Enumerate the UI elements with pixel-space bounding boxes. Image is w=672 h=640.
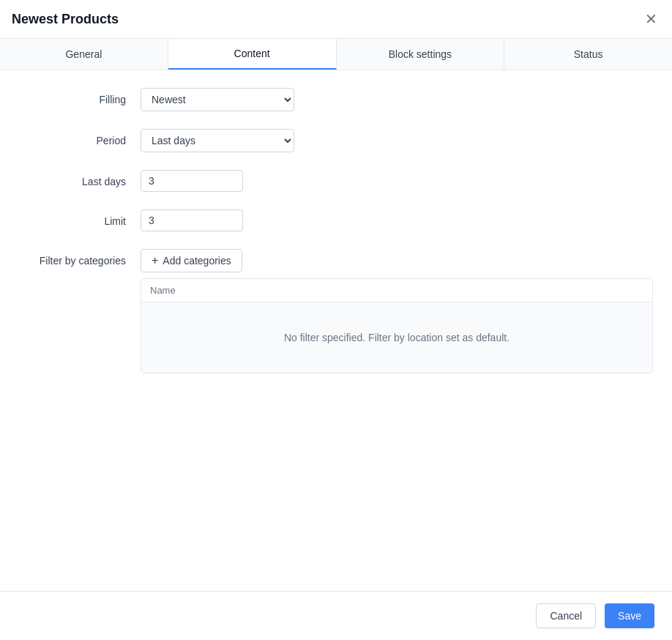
tab-general[interactable]: General [0,39,168,70]
plus-icon: + [152,254,158,267]
tabs-container: General Content Block settings Status [0,39,672,70]
limit-input[interactable] [141,209,243,231]
close-button[interactable]: ✕ [642,9,660,29]
last-days-label: Last days [23,170,141,187]
filter-categories-row: Filter by categories + Add categories Na… [23,249,649,373]
period-select[interactable]: Last days Last weeks Last months All tim… [141,129,294,152]
last-days-input[interactable] [141,170,243,192]
save-button[interactable]: Save [605,603,654,628]
filter-categories-control: + Add categories Name No filter specifie… [141,249,433,373]
limit-row: Limit [23,209,649,231]
tab-content[interactable]: Content [168,39,337,70]
categories-table: Name No filter specified. Filter by loca… [141,278,653,373]
add-categories-button[interactable]: + Add categories [141,249,242,272]
tab-status[interactable]: Status [504,39,672,70]
tab-block-settings[interactable]: Block settings [337,39,505,70]
period-control: Last days Last weeks Last months All tim… [141,129,433,152]
filling-label: Filling [23,88,141,105]
filling-select[interactable]: Newest Oldest Random [141,88,294,111]
close-icon: ✕ [645,12,657,26]
page-header: Newest Products ✕ [0,0,672,39]
filling-control: Newest Oldest Random [141,88,433,111]
page-title: Newest Products [12,12,119,27]
categories-table-header: Name [141,279,652,302]
period-row: Period Last days Last weeks Last months … [23,129,649,152]
limit-control [141,209,433,231]
filter-categories-label: Filter by categories [23,249,141,267]
limit-label: Limit [23,209,141,227]
last-days-control [141,170,433,192]
last-days-row: Last days [23,170,649,192]
filling-row: Filling Newest Oldest Random [23,88,649,111]
cancel-button[interactable]: Cancel [536,603,596,628]
categories-empty-message: No filter specified. Filter by location … [141,302,652,373]
add-categories-label: Add categories [163,255,231,267]
footer: Cancel Save [0,591,672,640]
form-content: Filling Newest Oldest Random Period Last… [0,70,672,409]
period-label: Period [23,129,141,146]
